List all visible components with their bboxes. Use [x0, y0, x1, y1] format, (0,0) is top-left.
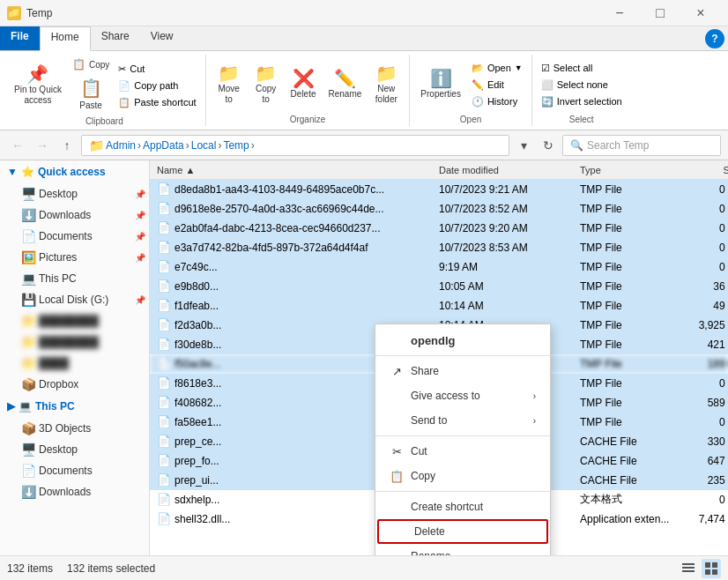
new-folder-button[interactable]: 📁 New folder [368, 61, 404, 108]
invert-selection-button[interactable]: 🔄 Invert selection [538, 94, 626, 109]
ctx-cut[interactable]: ✂ Cut [375, 439, 550, 464]
sidebar-item-blurred3[interactable]: 📁 ████ [0, 353, 149, 374]
ctx-give-access[interactable]: Give access to › [375, 383, 550, 408]
sidebar-quick-access-header[interactable]: ▼ ⭐ Quick access [0, 160, 149, 183]
file-date: 9:19 AM [432, 261, 573, 273]
local-disk-label: Local Disk (G:) [39, 294, 108, 306]
sidebar-item-downloads[interactable]: ⬇️ Downloads 📌 [0, 204, 149, 226]
sidebar-item-documents[interactable]: 📄 Documents 📌 [0, 226, 149, 247]
documents-icon: 📄 [21, 229, 35, 243]
col-header-name[interactable]: Name ▲ [150, 165, 432, 175]
open-icon: 📂 [472, 63, 484, 74]
move-to-button[interactable]: 📁 Move to [212, 61, 247, 108]
refresh-button[interactable]: ↻ [538, 135, 559, 156]
copy-path-button[interactable]: 📄 Copy path [115, 78, 199, 93]
ctx-delete[interactable]: Delete [377, 519, 548, 544]
sidebar-item-this-pc-qa[interactable]: 💻 This PC [0, 268, 149, 289]
properties-label: Properties [420, 89, 461, 100]
svg-rect-4 [712, 562, 717, 568]
history-button[interactable]: 🕐 History [468, 94, 526, 109]
ctx-create-shortcut[interactable]: Create shortcut [375, 494, 550, 519]
cut-button[interactable]: ✂ Cut [115, 62, 199, 77]
copy-ctx-icon: 📋 [390, 470, 404, 483]
file-icon: 📄 [157, 376, 171, 390]
sidebar-item-pictures[interactable]: 🖼️ Pictures 📌 [0, 247, 149, 268]
sidebar-item-dropbox[interactable]: 📦 Dropbox [0, 374, 149, 395]
copy-button[interactable]: 📋 Copy [69, 56, 113, 72]
chevron-right-icon2: › [533, 391, 536, 401]
table-row[interactable]: 📄e7c49c... 9:19 AM TMP File 0 KB [150, 257, 728, 277]
select-all-button[interactable]: ☑ Select all [538, 61, 626, 76]
ctx-share[interactable]: ↗ Share [375, 359, 550, 383]
file-name: shell32.dll... [175, 513, 230, 525]
path-part-local[interactable]: Local [191, 139, 217, 152]
file-size: 0 KB [679, 183, 728, 196]
file-type: TMP File [573, 377, 679, 390]
table-row[interactable]: 📄d9618e8e-2570-4a0d-a33c-ac66969c44de...… [150, 199, 728, 219]
back-button[interactable]: ← [7, 135, 28, 156]
sidebar-item-desktop2[interactable]: 🖥️ Desktop [0, 439, 149, 460]
col-header-date[interactable]: Date modified [432, 165, 573, 175]
window-icon: 📁 [7, 6, 21, 20]
up-button[interactable]: ↑ [56, 135, 78, 156]
paste-shortcut-icon: 📋 [118, 97, 130, 108]
tab-home[interactable]: Home [40, 26, 91, 51]
properties-button[interactable]: ℹ️ Properties [415, 66, 466, 103]
path-part-temp[interactable]: Temp [223, 139, 249, 152]
details-view-button[interactable] [679, 559, 698, 578]
sidebar-item-desktop[interactable]: 🖥️ Desktop 📌 [0, 183, 149, 204]
address-path[interactable]: 📁 Admin › AppData › Local › Temp › [81, 135, 509, 156]
paste-button[interactable]: 📋 Paste [69, 74, 113, 115]
ctx-cut-label: Cut [411, 445, 427, 457]
table-row[interactable]: 📄e3a7d742-82ba-4fd5-897b-372a64d4f4af 10… [150, 238, 728, 257]
minimize-button[interactable]: − [599, 0, 640, 26]
svg-rect-5 [705, 569, 710, 575]
file-type: TMP File [573, 183, 679, 196]
properties-icon: ℹ️ [430, 70, 452, 87]
close-button[interactable]: × [680, 0, 721, 26]
help-button[interactable]: ? [705, 29, 724, 48]
forward-button[interactable]: → [32, 135, 53, 156]
table-row[interactable]: 📄d8eda8b1-aa43-4103-8449-64895ace0b7c...… [150, 180, 728, 199]
select-none-button[interactable]: ⬜ Select none [538, 78, 626, 93]
search-box[interactable]: 🔍 Search Temp [562, 135, 721, 156]
file-size: 647 KB [679, 455, 728, 467]
rename-button[interactable]: ✏️ Rename [323, 66, 368, 103]
table-row[interactable]: 📄e2ab0fa4-dabc-4213-8cea-cec94660d237...… [150, 219, 728, 238]
file-icon: 📄 [157, 182, 171, 196]
col-header-type[interactable]: Type [573, 165, 679, 175]
maximize-button[interactable]: □ [640, 0, 680, 26]
sidebar-item-local-disk[interactable]: 💾 Local Disk (G:) 📌 [0, 289, 149, 310]
copy-to-button[interactable]: 📁 Copy to [249, 61, 284, 108]
ctx-opendlg[interactable]: opendlg [375, 328, 550, 353]
tab-file[interactable]: File [0, 26, 40, 50]
dropdown-button[interactable]: ▾ [513, 135, 534, 156]
col-header-size[interactable]: Size [679, 165, 728, 175]
sidebar-item-documents2[interactable]: 📄 Documents [0, 460, 149, 481]
pin-to-quick-access-button[interactable]: 📌 Pin to Quick access [9, 62, 67, 109]
list-view-button[interactable] [702, 559, 721, 578]
table-row[interactable]: 📄f1dfeab... 10:14 AM TMP File 49 KB [150, 296, 728, 316]
sidebar-item-3d-objects[interactable]: 📦 3D Objects [0, 418, 149, 439]
table-row[interactable]: 📄e9b8d0... 10:05 AM TMP File 36 KB [150, 277, 728, 296]
tab-share[interactable]: Share [91, 26, 140, 50]
sidebar-item-blurred2[interactable]: 📁 ████████ [0, 331, 149, 353]
ctx-send-to[interactable]: Send to › [375, 408, 550, 433]
path-part-appdata[interactable]: AppData [143, 139, 184, 152]
downloads2-label: Downloads [39, 486, 91, 498]
file-size: 3,925 KB [679, 319, 728, 331]
sidebar-this-pc-header[interactable]: ▶ 💻 This PC [0, 395, 149, 418]
sidebar-item-downloads2[interactable]: ⬇️ Downloads [0, 481, 149, 502]
sidebar-item-blurred1[interactable]: 📁 ████████ [0, 310, 149, 331]
ctx-rename[interactable]: Rename [375, 544, 550, 555]
edit-button[interactable]: ✏️ Edit [468, 78, 526, 93]
path-part-admin[interactable]: Admin [106, 139, 136, 152]
tab-view[interactable]: View [140, 26, 184, 50]
clipboard-label: Clipboard [85, 116, 123, 126]
ctx-copy[interactable]: 📋 Copy [375, 464, 550, 488]
file-name: sdxhelp... [175, 494, 219, 506]
delete-button[interactable]: ❌ Delete [286, 66, 322, 103]
ctx-give-access-label: Give access to [411, 390, 480, 402]
open-button[interactable]: 📂 Open ▼ [468, 61, 526, 76]
paste-shortcut-button[interactable]: 📋 Paste shortcut [115, 95, 199, 110]
